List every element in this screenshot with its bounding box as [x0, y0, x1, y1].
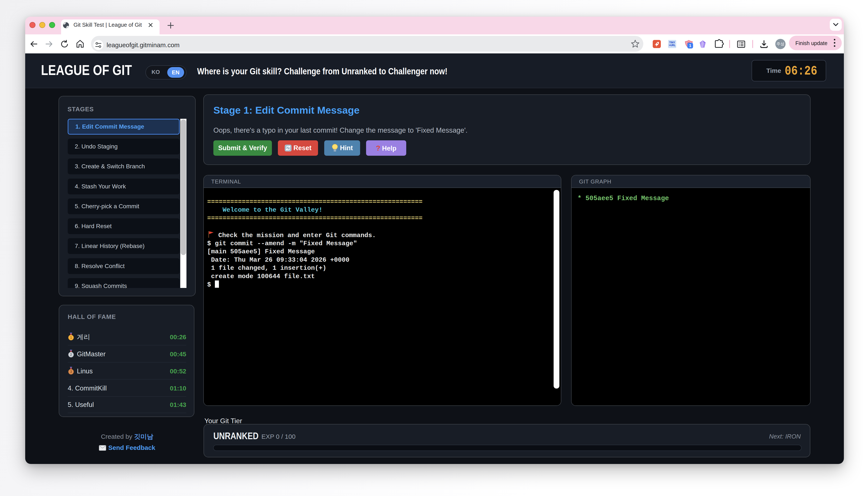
- svg-text:1: 1: [70, 336, 72, 339]
- svg-text:2: 2: [70, 353, 72, 357]
- svg-text:3: 3: [70, 370, 72, 374]
